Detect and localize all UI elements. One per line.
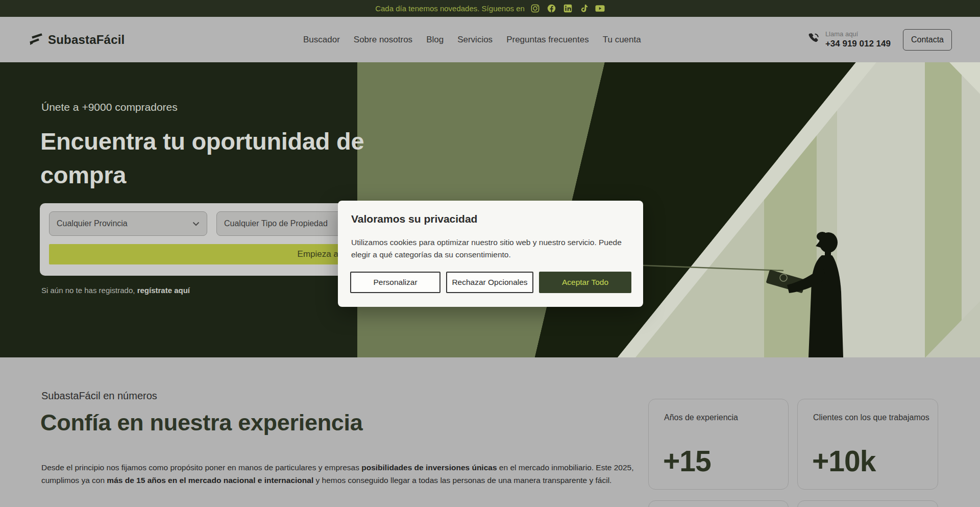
cookie-modal-body: Utilizamos cookies para optimizar nuestr…: [351, 236, 629, 261]
announcement-bar: Cada día tenemos novedades. Síguenos en: [0, 0, 980, 17]
nav-item-blog[interactable]: Blog: [426, 35, 444, 45]
nav-item-servicios[interactable]: Servicios: [457, 35, 493, 45]
stats-paragraph: Desde el principio nos fijamos como prop…: [41, 461, 639, 487]
instagram-icon[interactable]: [531, 4, 540, 13]
stat-label: Clientes con los que trabajamos: [813, 413, 929, 422]
stat-card-experience: Años de experiencia +15: [648, 399, 789, 490]
register-link[interactable]: regístrate aquí: [137, 286, 190, 295]
nav-item-sobre-nosotros[interactable]: Sobre nosotros: [354, 35, 412, 45]
nav-item-buscador[interactable]: Buscador: [303, 35, 340, 45]
register-line: Si aún no te has registrado, regístrate …: [41, 286, 190, 295]
stat-card: [648, 500, 789, 507]
social-links: [531, 4, 605, 13]
phone-number[interactable]: +34 919 012 149: [825, 38, 891, 49]
stat-value: +10k: [812, 444, 875, 478]
brand-name: SubastaFácil: [48, 33, 125, 47]
announcement-text: Cada día tenemos novedades. Síguenos en: [375, 4, 525, 13]
main-nav: Buscador Sobre nosotros Blog Servicios P…: [303, 35, 641, 45]
nav-item-preguntas-frecuentes[interactable]: Preguntas frecuentes: [506, 35, 589, 45]
stat-label: Años de experiencia: [664, 413, 738, 422]
stat-card-clients: Clientes con los que trabajamos +10k: [797, 399, 938, 490]
stats-title: Confía en nuestra experiencia: [40, 409, 363, 436]
phone-icon: [807, 32, 821, 47]
customize-cookies-button[interactable]: Personalizar: [350, 272, 440, 293]
hero-eyebrow: Únete a +9000 compradores: [41, 101, 178, 113]
chevron-down-icon: [192, 219, 200, 228]
accept-all-cookies-button[interactable]: Aceptar Todo: [539, 272, 631, 293]
tiktok-icon[interactable]: [580, 4, 587, 13]
youtube-icon[interactable]: [595, 5, 605, 12]
brand-logo-icon: [28, 31, 43, 49]
stats-section: SubastaFácil en números Confía en nuestr…: [0, 357, 980, 507]
nav-item-tu-cuenta[interactable]: Tu cuenta: [603, 35, 641, 45]
contact-button[interactable]: Contacta: [903, 29, 952, 51]
linkedin-icon[interactable]: [564, 4, 572, 13]
cookie-modal-title: Valoramos su privacidad: [351, 213, 630, 225]
site-header: SubastaFácil Buscador Sobre nosotros Blo…: [0, 17, 980, 62]
province-select[interactable]: Cualquier Provincia: [49, 211, 207, 236]
stat-value: +15: [663, 444, 711, 478]
stat-card: [797, 500, 938, 507]
brand-logo[interactable]: SubastaFácil: [28, 31, 125, 49]
facebook-icon[interactable]: [547, 4, 556, 13]
call-label: Llama aquí: [825, 30, 891, 38]
hero-title: Encuentra tu oportunidad de compra: [40, 125, 393, 192]
reject-optional-cookies-button[interactable]: Rechazar Opcionales: [446, 272, 533, 293]
phone-block[interactable]: Llama aquí +34 919 012 149: [807, 30, 891, 50]
stats-eyebrow: SubastaFácil en números: [41, 390, 157, 402]
cookie-consent-modal: Valoramos su privacidad Utilizamos cooki…: [338, 201, 643, 307]
